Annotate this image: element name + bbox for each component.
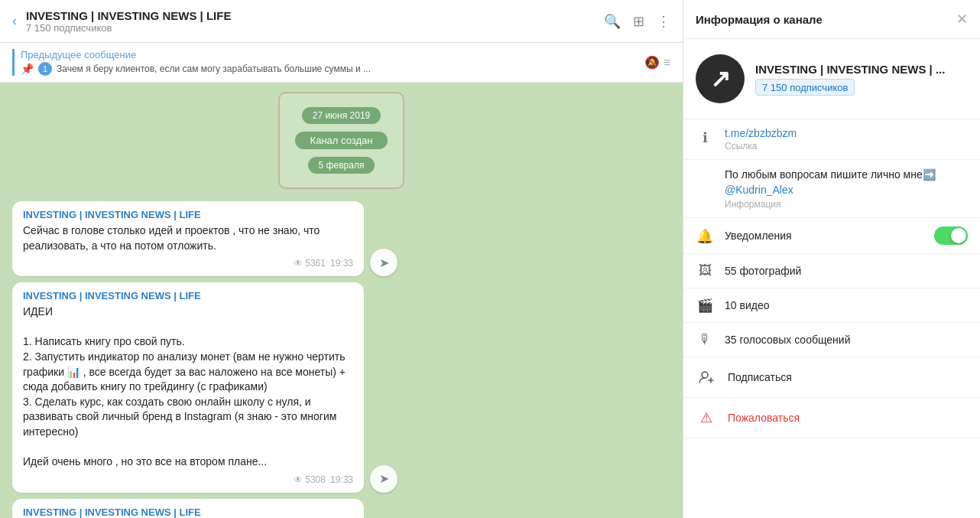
channel-link[interactable]: t.me/zbzbzbzm — [725, 127, 797, 139]
message-sender-1: INVESTING | INVESTING NEWS | LIFE — [23, 209, 353, 220]
message-bubble-2: INVESTING | INVESTING NEWS | LIFE ИДЕИ 1… — [12, 282, 364, 493]
bell-icon: 🔔 — [696, 227, 714, 246]
channel-avatar: ↗ — [696, 54, 745, 103]
channel-avatar-icon: ↗ — [710, 64, 731, 93]
pin-bar-left: Предыдущее сообщение 📌 1 Зачем я беру кл… — [12, 49, 371, 76]
pin-icon: 📌 — [21, 63, 34, 75]
layout-icon[interactable]: ⊞ — [633, 13, 644, 30]
header-info: INVESTING | INVESTING NEWS | LIFE 7 150 … — [26, 9, 604, 34]
info-panel-header: Информация о канале ✕ — [683, 0, 980, 39]
subscribe-icon — [696, 367, 717, 388]
info-link-row: ℹ t.me/zbzbzbzm Ссылка — [683, 119, 980, 160]
notifications-toggle[interactable] — [934, 226, 968, 245]
message-sender-2: INVESTING | INVESTING NEWS | LIFE — [23, 290, 353, 301]
info-close-button[interactable]: ✕ — [956, 11, 968, 28]
desc-text: По любым вопросам пишите лично мне➡️ @Ku… — [725, 168, 968, 197]
subscribe-label: Подписаться — [728, 371, 792, 383]
header-actions: 🔍 ⊞ ⋮ — [604, 13, 670, 30]
message-views-2: 👁 5308 — [294, 474, 326, 485]
desc-content: По любым вопросам пишите лично мне➡️ @Ku… — [725, 168, 968, 210]
pin-bar[interactable]: Предыдущее сообщение 📌 1 Зачем я беру кл… — [0, 43, 683, 83]
date-chip: 27 июня 2019 — [302, 107, 381, 124]
date-group-box: 27 июня 2019 Канал создан 5 февраля — [278, 92, 405, 189]
message-time-1: 19:33 — [330, 258, 353, 269]
message-row-3: INVESTING | INVESTING NEWS | LIFE Первый… — [12, 499, 670, 518]
messages-scroll: 27 июня 2019 Канал создан 5 февраля INVE… — [0, 83, 683, 518]
more-icon[interactable]: ⋮ — [657, 13, 670, 30]
svg-point-0 — [702, 372, 708, 378]
pin-text: Зачем я беру клиентов, если сам могу зар… — [57, 64, 371, 74]
report-label: Пожаловаться — [728, 412, 800, 424]
notifications-label: Уведомления — [725, 230, 923, 242]
video-stat: 10 видео — [725, 299, 769, 311]
message-bubble-1: INVESTING | INVESTING NEWS | LIFE Сейчас… — [12, 201, 364, 276]
info-channel-section: ↗ INVESTING | INVESTING NEWS | ... 7 150… — [683, 39, 980, 119]
subscribe-row[interactable]: Подписаться — [683, 357, 980, 398]
link-content: t.me/zbzbzbzm Ссылка — [725, 127, 968, 151]
pin-icons: 🔕 ≡ — [644, 55, 670, 70]
chat-header: ‹ INVESTING | INVESTING NEWS | LIFE 7 15… — [0, 0, 683, 43]
link-sublabel: Ссылка — [725, 141, 968, 151]
channel-info: INVESTING | INVESTING NEWS | ... 7 150 п… — [755, 63, 968, 96]
info-panel-title: Информация о канале — [696, 13, 823, 26]
message-text-1: Сейчас в голове столько идей и проектов … — [23, 223, 353, 253]
search-icon[interactable]: 🔍 — [604, 13, 621, 30]
stat-video-row: 🎬 10 видео — [683, 288, 980, 323]
chat-subtitle: 7 150 подписчиков — [26, 22, 604, 34]
link-icon: ℹ — [696, 129, 714, 147]
report-row[interactable]: ⚠ Пожаловаться — [683, 398, 980, 438]
voice-icon: 🎙 — [696, 331, 714, 349]
video-icon: 🎬 — [696, 296, 714, 314]
info-desc-row: По любым вопросам пишите лично мне➡️ @Ku… — [683, 160, 980, 218]
photos-icon: 🖼 — [696, 262, 714, 280]
message-row-1: INVESTING | INVESTING NEWS | LIFE Сейчас… — [12, 201, 670, 276]
desc-link[interactable]: @Kudrin_Alex — [725, 184, 793, 196]
voice-stat: 35 голосовых сообщений — [725, 334, 850, 346]
message-views-1: 👁 5361 — [294, 258, 326, 269]
message-footer-2: 👁 5308 19:33 — [23, 474, 353, 485]
channel-subs-box: 7 150 подписчиков — [755, 79, 855, 96]
message-text-2: ИДЕИ 1. Написать книгу про свой путь. 2.… — [23, 305, 353, 470]
eye-icon-1: 👁 — [294, 258, 303, 269]
chat-panel: ‹ INVESTING | INVESTING NEWS | LIFE 7 15… — [0, 0, 683, 518]
pin-badge: 1 — [38, 62, 52, 76]
forward-button-1[interactable]: ➤ — [370, 249, 398, 276]
desc-icon — [696, 169, 714, 187]
eye-icon-2: 👁 — [294, 474, 303, 485]
chat-area: 27 июня 2019 Канал создан 5 февраля INVE… — [0, 83, 683, 518]
channel-name: INVESTING | INVESTING NEWS | ... — [755, 63, 968, 76]
toggle-knob — [951, 228, 966, 243]
desc-sublabel: Информация — [725, 199, 968, 210]
small-date-chip: 5 февраля — [308, 157, 375, 174]
message-time-2: 19:33 — [330, 474, 353, 485]
message-bubble-3: INVESTING | INVESTING NEWS | LIFE Первый… — [12, 499, 364, 518]
created-chip: Канал создан — [295, 132, 388, 149]
message-row-2: INVESTING | INVESTING NEWS | LIFE ИДЕИ 1… — [12, 282, 670, 493]
back-button[interactable]: ‹ — [12, 13, 17, 29]
report-icon: ⚠ — [696, 407, 717, 428]
info-panel: Информация о канале ✕ ↗ INVESTING | INVE… — [683, 0, 980, 518]
channel-subs-text: 7 150 подписчиков — [762, 82, 848, 93]
message-footer-1: 👁 5361 19:33 — [23, 258, 353, 269]
stat-photos-row: 🖼 55 фотографий — [683, 254, 980, 288]
message-sender-3: INVESTING | INVESTING NEWS | LIFE — [23, 507, 353, 518]
stat-voice-row: 🎙 35 голосовых сообщений — [683, 323, 980, 357]
photos-stat: 55 фотографий — [725, 265, 801, 277]
notifications-row: 🔔 Уведомления — [683, 218, 980, 254]
forward-button-2[interactable]: ➤ — [370, 465, 398, 493]
pin-label: Предыдущее сообщение — [21, 49, 371, 60]
chat-title: INVESTING | INVESTING NEWS | LIFE — [26, 9, 604, 22]
